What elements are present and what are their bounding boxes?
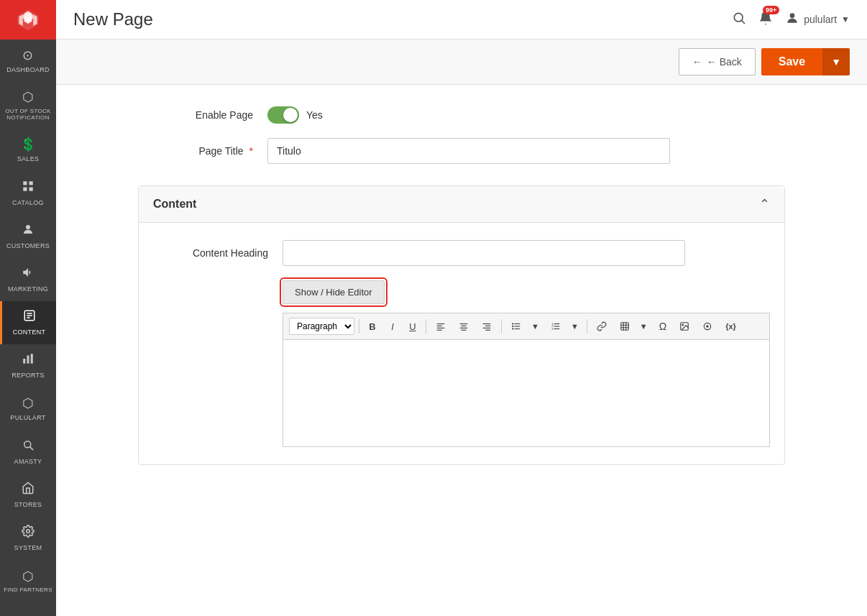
sidebar-item-label: FIND PARTNERS — [4, 587, 52, 594]
bold-button[interactable]: B — [364, 318, 381, 335]
pululart-icon: ⬡ — [22, 396, 34, 412]
show-hide-editor-container: Show / Hide Editor — [283, 280, 770, 304]
ordered-list-button[interactable]: 1.2.3. — [546, 318, 566, 334]
svg-rect-2 — [23, 188, 27, 191]
table-button[interactable] — [615, 318, 635, 334]
system-icon — [22, 525, 35, 542]
svg-rect-17 — [437, 326, 442, 326]
toolbar-divider-2 — [426, 319, 426, 334]
svg-rect-3 — [29, 188, 33, 191]
save-dropdown-button[interactable]: ▼ — [822, 48, 850, 75]
sidebar-item-sales[interactable]: 💲 SALES — [0, 129, 56, 172]
sidebar-item-label: SYSTEM — [14, 544, 42, 552]
svg-point-28 — [512, 323, 513, 324]
underline-button[interactable]: U — [404, 318, 421, 335]
svg-point-32 — [512, 328, 513, 329]
svg-rect-40 — [621, 323, 629, 331]
back-arrow-icon: ← — [692, 56, 702, 68]
sidebar-item-out-of-stock[interactable]: ⬡ OUT OF STOCK NOTIFICATION — [0, 83, 56, 129]
svg-rect-25 — [485, 326, 490, 326]
reports-icon — [22, 352, 35, 369]
save-group: Save ▼ — [761, 48, 850, 75]
svg-point-42 — [682, 324, 684, 326]
svg-rect-23 — [462, 330, 467, 331]
svg-rect-10 — [27, 356, 29, 364]
sidebar-item-content[interactable]: CONTENT — [0, 301, 56, 344]
back-button[interactable]: ← ← Back — [679, 48, 756, 75]
sidebar-item-label: PULULART — [10, 414, 45, 422]
customers-icon — [22, 223, 35, 240]
marketing-icon — [22, 266, 35, 283]
sidebar-item-customers[interactable]: CUSTOMERS — [0, 215, 56, 258]
align-left-button[interactable] — [431, 318, 451, 334]
svg-rect-0 — [23, 181, 27, 185]
sidebar-item-reports[interactable]: REPORTS — [0, 344, 56, 387]
unordered-list-dropdown-btn[interactable]: ▼ — [528, 319, 543, 334]
svg-rect-39 — [554, 328, 560, 329]
sidebar-item-find-partners[interactable]: ⬡ FIND PARTNERS — [0, 560, 56, 603]
content-heading-input[interactable] — [283, 240, 685, 266]
svg-rect-24 — [483, 323, 491, 324]
page-title-input[interactable] — [267, 138, 670, 164]
sidebar-item-stores[interactable]: STORES — [0, 474, 56, 517]
page-title-row: Page Title * — [138, 138, 785, 164]
align-right-button[interactable] — [477, 318, 497, 334]
widget-button[interactable] — [697, 318, 717, 334]
svg-rect-27 — [485, 330, 490, 331]
format-select[interactable]: Paragraph Heading 1 Heading 2 — [289, 318, 354, 335]
user-avatar-icon — [785, 11, 799, 29]
svg-rect-7 — [27, 315, 32, 316]
notification-button[interactable]: 99+ — [758, 10, 774, 29]
enable-page-row: Enable Page Yes — [138, 106, 785, 124]
svg-rect-22 — [460, 328, 468, 328]
required-indicator: * — [249, 145, 253, 157]
content-section-body: Content Heading Show / Hide Editor — [139, 223, 784, 464]
search-icon[interactable] — [732, 11, 746, 29]
sidebar-item-dashboard[interactable]: ⊙ DASHBOARD — [0, 40, 56, 83]
svg-point-13 — [27, 530, 30, 533]
ordered-list-dropdown-btn[interactable]: ▼ — [567, 319, 582, 334]
content-section-header[interactable]: Content ⌃ — [139, 186, 784, 223]
sidebar-item-amasty[interactable]: AMASTY — [0, 431, 56, 474]
svg-rect-21 — [462, 326, 467, 326]
sidebar-item-marketing[interactable]: MARKETING — [0, 258, 56, 301]
sidebar-item-catalog[interactable]: CATALOG — [0, 172, 56, 215]
align-center-button[interactable] — [454, 318, 474, 334]
action-bar: ← ← Back Save ▼ — [56, 40, 867, 85]
dashboard-icon: ⊙ — [22, 48, 33, 64]
back-label: ← Back — [707, 56, 742, 68]
ordered-list-dropdown: 1.2.3. ▼ — [546, 318, 582, 334]
show-hide-editor-button[interactable]: Show / Hide Editor — [283, 280, 385, 304]
special-chars-button[interactable]: Ω — [654, 318, 671, 335]
save-button[interactable]: Save — [761, 48, 822, 75]
sidebar-item-system[interactable]: SYSTEM — [0, 517, 56, 560]
variable-button[interactable]: {x} — [720, 319, 741, 334]
sales-icon: 💲 — [20, 137, 36, 153]
sidebar: ⊙ DASHBOARD ⬡ OUT OF STOCK NOTIFICATION … — [0, 0, 56, 616]
out-of-stock-icon: ⬡ — [22, 90, 34, 106]
enable-page-toggle[interactable] — [267, 106, 299, 124]
user-menu[interactable]: pululart ▼ — [785, 11, 850, 29]
editor-area[interactable] — [283, 339, 770, 447]
svg-rect-37 — [554, 326, 560, 326]
notification-badge: 99+ — [763, 6, 779, 14]
catalog-icon — [22, 180, 35, 197]
sidebar-item-label: DASHBOARD — [6, 66, 50, 74]
unordered-list-button[interactable] — [506, 318, 526, 334]
content-section-title: Content — [153, 198, 196, 211]
toolbar-divider-1 — [359, 319, 359, 334]
svg-point-4 — [26, 225, 30, 229]
link-button[interactable] — [592, 318, 612, 334]
italic-button[interactable]: I — [384, 318, 401, 335]
table-dropdown-btn[interactable]: ▼ — [636, 319, 651, 334]
header-actions: 99+ pululart ▼ — [732, 10, 850, 29]
page-title-label: Page Title * — [138, 145, 267, 157]
sidebar-item-label: MARKETING — [8, 285, 48, 293]
app-logo[interactable] — [0, 0, 56, 40]
svg-rect-11 — [31, 354, 33, 364]
svg-rect-9 — [23, 359, 25, 364]
svg-point-15 — [790, 13, 795, 18]
sidebar-item-pululart[interactable]: ⬡ PULULART — [0, 387, 56, 431]
image-button[interactable] — [674, 318, 694, 334]
toolbar-divider-4 — [587, 319, 587, 334]
